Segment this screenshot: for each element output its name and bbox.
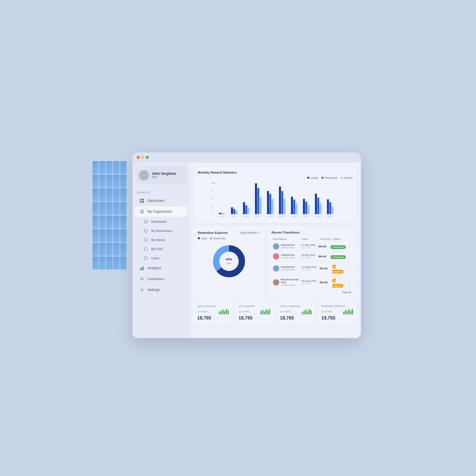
row-4-more[interactable]: ⋮ bbox=[347, 280, 351, 285]
user-info: John Varghese BHS bbox=[152, 172, 176, 179]
svg-rect-51 bbox=[291, 197, 293, 214]
svg-rect-2 bbox=[140, 201, 142, 203]
table-row: Payment for Annette Black 17 May 2021 04… bbox=[272, 242, 353, 252]
maximize-button[interactable] bbox=[146, 156, 149, 159]
row-4-date: 29 Aug 2019 04:50 PM bbox=[302, 280, 318, 285]
svg-rect-61 bbox=[320, 203, 322, 214]
svg-text:Aug '22: Aug '22 bbox=[314, 216, 320, 217]
svg-rect-39 bbox=[255, 183, 257, 214]
svg-rect-45 bbox=[272, 199, 274, 214]
issued-dot bbox=[307, 177, 309, 179]
row-2-sub: Annette Black bbox=[281, 256, 295, 259]
trend-up-icon-3: ▲ bbox=[280, 310, 283, 313]
svg-text:64%: 64% bbox=[226, 258, 232, 261]
svg-rect-81 bbox=[266, 309, 267, 314]
svg-rect-57 bbox=[308, 205, 310, 214]
stat-all-customers: All Customers ▲ +2.6% bbox=[235, 301, 274, 324]
svg-rect-40 bbox=[257, 188, 259, 214]
svg-rect-73 bbox=[221, 310, 222, 314]
sub-users-label: Users bbox=[151, 256, 160, 260]
svg-rect-88 bbox=[309, 309, 310, 314]
svg-rect-29 bbox=[224, 214, 226, 214]
donut-filter[interactable]: Last 6 Months ▾ bbox=[238, 231, 260, 235]
svg-rect-8 bbox=[144, 238, 147, 241]
donut-filter-label: Last 6 Months bbox=[240, 231, 256, 234]
row-2-more[interactable]: ⋮ bbox=[347, 254, 351, 259]
sidebar-subitem-users[interactable]: Users bbox=[135, 254, 187, 262]
redemtion-label: Redemtion bbox=[213, 237, 226, 240]
sidebar-subitem-my-businesses[interactable]: My Businesses bbox=[135, 226, 187, 235]
redeemed-dot bbox=[322, 177, 324, 179]
row-4-sub: Annette Black bbox=[281, 284, 300, 286]
svg-rect-33 bbox=[236, 211, 238, 214]
row-1-more[interactable]: ⋮ bbox=[347, 244, 351, 249]
table-row: Payment for Annette Black 24 May 2019 04… bbox=[272, 262, 353, 276]
col-description: Description bbox=[273, 238, 301, 240]
svg-rect-28 bbox=[221, 213, 223, 214]
col-status: Status bbox=[333, 238, 347, 240]
user-name: John Varghese bbox=[152, 172, 176, 176]
sidebar-item-customers[interactable]: Customers bbox=[135, 274, 187, 284]
stat-3-change: ▲ +2.6% bbox=[280, 309, 312, 314]
stat-retaining-customers: Retaining Customers ▲ +2.6% bbox=[318, 301, 357, 324]
stat-1-change: ▲ +2.6% bbox=[197, 309, 229, 314]
main-panel: Monthly Reward Statistics Issued Redeeme… bbox=[190, 162, 361, 338]
svg-text:Sep '22: Sep '22 bbox=[326, 216, 332, 217]
svg-rect-93 bbox=[348, 309, 350, 314]
close-button[interactable] bbox=[137, 156, 140, 159]
col-date: Date bbox=[302, 238, 319, 240]
sidebar-item-analytics[interactable]: Analytics bbox=[135, 263, 187, 273]
sidebar-item-dashboard[interactable]: Dashboard bbox=[135, 196, 187, 206]
svg-rect-72 bbox=[219, 312, 220, 314]
sidebar-item-settings[interactable]: Settings bbox=[135, 285, 187, 295]
sidebar-subitem-dashboard[interactable]: Dashboard bbox=[135, 217, 187, 226]
avatar bbox=[139, 170, 149, 180]
svg-rect-65 bbox=[332, 206, 334, 214]
row-2-amount: $64.08 bbox=[318, 255, 329, 258]
svg-rect-74 bbox=[222, 310, 224, 314]
stat-4-change: ▲ +2.6% bbox=[322, 309, 353, 314]
chart-legend: Issued Redeemed Expired bbox=[198, 176, 353, 179]
svg-rect-37 bbox=[248, 208, 250, 214]
svg-rect-87 bbox=[307, 311, 308, 314]
svg-rect-7 bbox=[144, 229, 147, 232]
settings-label: Settings bbox=[148, 288, 160, 292]
sidebar-subitem-my-stores[interactable]: My Stores bbox=[135, 236, 187, 244]
svg-rect-63 bbox=[327, 199, 329, 214]
row-3-more[interactable]: ⋮ bbox=[347, 266, 351, 271]
svg-rect-41 bbox=[260, 197, 262, 214]
view-all-link[interactable]: View All bbox=[342, 291, 351, 294]
svg-rect-43 bbox=[267, 191, 269, 214]
main-content: John Varghese BHS LOYALTY bbox=[132, 162, 361, 338]
svg-rect-90 bbox=[343, 312, 344, 314]
sub-businesses-label: My Businesses bbox=[151, 229, 172, 232]
page-wrapper: John Varghese BHS LOYALTY bbox=[110, 138, 367, 338]
svg-point-69 bbox=[220, 252, 238, 270]
sub-dashboard-icon bbox=[143, 219, 148, 224]
transitions-title: Recent Transitions bbox=[272, 231, 353, 234]
minimize-button[interactable] bbox=[141, 156, 144, 159]
expired-label: Expired bbox=[344, 176, 353, 179]
row-4-desc: Receive money from Annette Black bbox=[273, 278, 300, 286]
stat-2-change: ▲ +2.6% bbox=[239, 309, 270, 314]
redeemed-label: Redeemed bbox=[325, 176, 337, 179]
sidebar-item-my-organization[interactable]: My Organization › bbox=[135, 206, 187, 217]
svg-rect-53 bbox=[296, 203, 298, 214]
svg-text:Jan '22: Jan '22 bbox=[231, 216, 236, 217]
row-3-desc: Payment for Annette Black bbox=[273, 265, 300, 272]
svg-rect-94 bbox=[350, 311, 351, 314]
title-bar bbox=[132, 152, 361, 162]
col-amount: Amount bbox=[320, 238, 332, 240]
mini-sparkline-2 bbox=[260, 309, 270, 314]
svg-rect-85 bbox=[304, 311, 305, 314]
svg-rect-3 bbox=[142, 201, 144, 203]
svg-rect-49 bbox=[284, 199, 286, 214]
redemption-card: Redemtion Expense Last 6 Months ▾ Sales bbox=[194, 227, 264, 298]
sub-stores-label: My Stores bbox=[151, 238, 166, 242]
view-all[interactable]: View All › bbox=[272, 291, 353, 294]
mini-sparkline-3 bbox=[302, 309, 312, 314]
sidebar-subitem-my-pos[interactable]: My POS bbox=[135, 245, 187, 253]
svg-text:Jun '22: Jun '22 bbox=[291, 216, 296, 217]
stat-4-label: Retaining Customers bbox=[322, 305, 353, 308]
sales-label: Sales bbox=[201, 237, 208, 240]
